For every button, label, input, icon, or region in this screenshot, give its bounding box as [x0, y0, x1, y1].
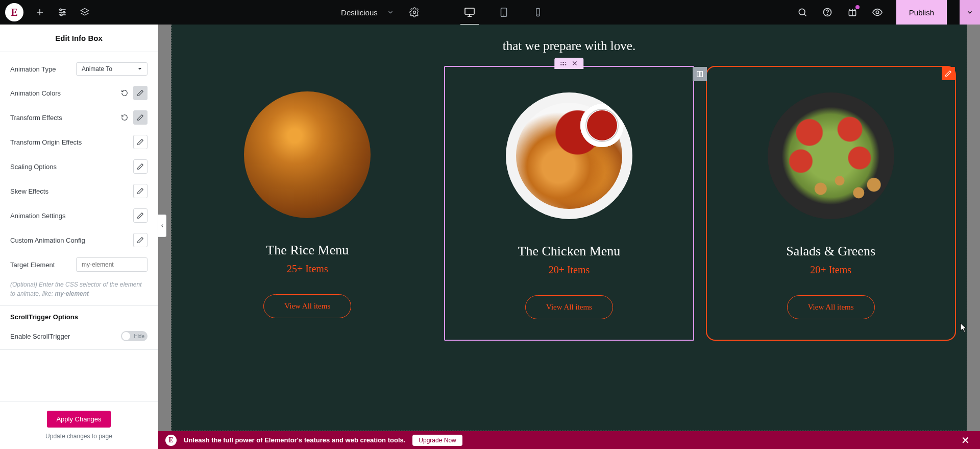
- control-scaling: Scaling Options: [0, 154, 158, 179]
- panel-title: Edit Info Box: [0, 25, 158, 52]
- control-label: Animation Settings: [10, 212, 133, 220]
- scrolltrigger-toggle[interactable]: Hide: [121, 331, 148, 341]
- finder-search-icon[interactable]: [796, 6, 808, 18]
- collapse-panel-button[interactable]: [158, 215, 166, 237]
- panel-footer: Apply Changes Update changes to page: [0, 401, 158, 449]
- responsive-mobile-button[interactable]: [530, 4, 546, 20]
- page-settings-icon[interactable]: [408, 6, 421, 18]
- control-transform-origin: Transform Origin Effects: [0, 130, 158, 154]
- control-animation-colors: Animation Colors: [0, 81, 158, 105]
- pencil-icon[interactable]: [133, 135, 148, 149]
- mouse-cursor: [960, 323, 967, 333]
- control-animation-type: Animation Type Animate To: [0, 57, 158, 81]
- control-custom-animation: Custom Animation Config: [0, 228, 158, 252]
- control-skew: Skew Effects: [0, 179, 158, 203]
- preview-icon[interactable]: [871, 6, 884, 18]
- apply-changes-button[interactable]: Apply Changes: [47, 411, 110, 428]
- control-label: Transform Effects: [10, 114, 119, 122]
- target-element-input[interactable]: [76, 257, 148, 272]
- elementor-logo[interactable]: E: [5, 3, 23, 21]
- notification-dot: [855, 5, 860, 9]
- control-enable-scrolltrigger: Enable ScrollTrigger Hide: [0, 326, 158, 350]
- control-target-element: Target Element: [0, 252, 158, 277]
- view-all-button[interactable]: View All items: [525, 295, 613, 319]
- svg-point-7: [61, 14, 62, 15]
- editor-panel: Edit Info Box Animation Type Animate To …: [0, 25, 158, 449]
- card-title: Salads & Greens: [786, 244, 875, 259]
- reset-icon[interactable]: [119, 87, 130, 99]
- responsive-tablet-button[interactable]: [496, 4, 512, 20]
- close-banner-icon[interactable]: ✕: [958, 434, 973, 446]
- publish-options-button[interactable]: [960, 0, 980, 25]
- structure-icon[interactable]: [79, 6, 91, 18]
- control-label: Scaling Options: [10, 163, 133, 171]
- pencil-icon[interactable]: [133, 208, 148, 223]
- reset-icon[interactable]: [119, 112, 130, 123]
- svg-rect-9: [465, 8, 474, 14]
- control-label: Enable ScrollTrigger: [10, 333, 70, 340]
- control-label: Transform Origin Effects: [10, 138, 133, 146]
- food-image-rice: [244, 91, 371, 218]
- elementor-badge-icon: E: [165, 435, 177, 446]
- editor-canvas[interactable]: that we prepare with love. The Rice Menu…: [158, 25, 980, 449]
- control-transform-effects: Transform Effects: [0, 105, 158, 130]
- pencil-icon[interactable]: [133, 86, 148, 100]
- element-handle[interactable]: ✕: [554, 58, 584, 69]
- control-label: Animation Colors: [10, 89, 119, 97]
- footer-note: Update changes to page: [45, 433, 112, 440]
- site-settings-icon[interactable]: [56, 6, 68, 18]
- publish-button[interactable]: Publish: [896, 0, 947, 25]
- card-title: The Rice Menu: [266, 243, 349, 258]
- top-bar: E Desilicious: [0, 0, 980, 25]
- control-label: Custom Animation Config: [10, 237, 133, 244]
- svg-rect-24: [700, 72, 702, 77]
- control-label: Target Element: [10, 261, 76, 269]
- food-image-salad: [768, 92, 894, 219]
- column-handle-icon[interactable]: [693, 67, 707, 81]
- view-all-button[interactable]: View All items: [787, 295, 875, 319]
- drag-handle-icon[interactable]: [560, 62, 567, 65]
- svg-point-6: [63, 11, 65, 13]
- pencil-icon[interactable]: [133, 233, 148, 247]
- svg-line-17: [804, 14, 806, 16]
- svg-point-8: [413, 11, 415, 14]
- svg-point-19: [827, 14, 827, 15]
- card-count: 20+ Items: [810, 264, 851, 276]
- page-name[interactable]: Desilicious: [341, 8, 378, 17]
- delete-element-icon[interactable]: ✕: [572, 60, 578, 67]
- add-element-icon[interactable]: [34, 6, 46, 18]
- pencil-icon[interactable]: [133, 184, 148, 198]
- help-icon[interactable]: [821, 6, 834, 18]
- view-all-button[interactable]: View All items: [263, 294, 351, 318]
- svg-point-5: [60, 9, 61, 10]
- menu-card-rice[interactable]: The Rice Menu 25+ Items View All items: [182, 66, 432, 341]
- scrolltrigger-section-title: ScrollTrigger Options: [0, 305, 158, 326]
- control-label: Skew Effects: [10, 187, 133, 195]
- target-element-help: (Optional) Enter the CSS selector of the…: [0, 277, 158, 305]
- upgrade-banner: E Unleash the full power of Elementor's …: [158, 431, 980, 449]
- card-count: 25+ Items: [287, 263, 328, 275]
- menu-card-chicken[interactable]: ✕ The Chicken Menu 20+ Items View All it…: [444, 66, 694, 341]
- card-count: 20+ Items: [549, 264, 590, 276]
- pencil-icon[interactable]: [133, 110, 148, 125]
- control-label: Animation Type: [10, 65, 76, 73]
- pencil-icon[interactable]: [133, 159, 148, 174]
- food-image-chicken: [506, 92, 632, 219]
- whats-new-icon[interactable]: [846, 6, 859, 18]
- chevron-down-icon[interactable]: [387, 9, 394, 16]
- banner-message: Unleash the full power of Elementor's fe…: [184, 436, 405, 444]
- edit-element-icon[interactable]: [942, 67, 955, 80]
- card-title: The Chicken Menu: [518, 244, 621, 259]
- svg-rect-23: [697, 72, 699, 77]
- control-animation-settings: Animation Settings: [0, 203, 158, 228]
- animation-type-select[interactable]: Animate To: [76, 62, 148, 76]
- svg-point-22: [876, 11, 879, 14]
- menu-card-salads[interactable]: Salads & Greens 20+ Items View All items: [706, 66, 956, 341]
- svg-point-16: [799, 9, 805, 15]
- responsive-desktop-button[interactable]: [461, 4, 478, 20]
- upgrade-now-button[interactable]: Upgrade Now: [412, 435, 462, 446]
